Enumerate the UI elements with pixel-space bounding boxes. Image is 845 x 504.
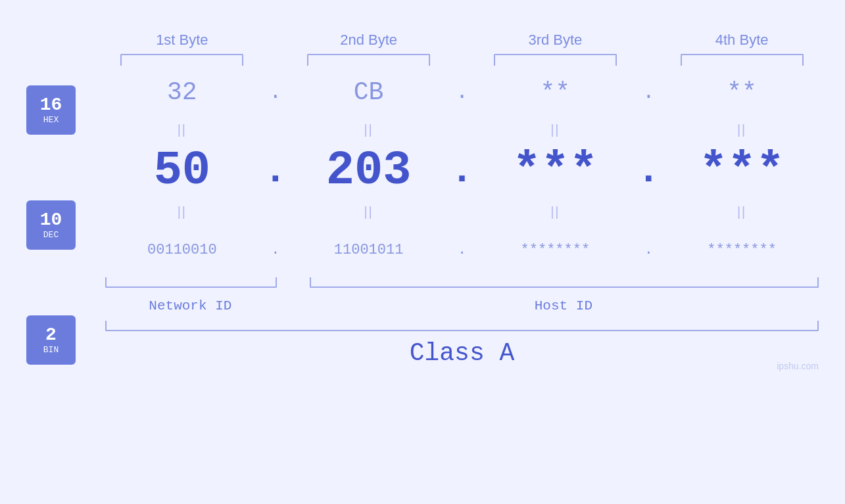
full-bracket [105, 321, 819, 331]
bin-val4: ******** [707, 242, 777, 258]
dec-dot3: . [632, 149, 665, 193]
eq2-cell3: || [479, 204, 633, 219]
dec-row: 50 . 203 . *** . *** [105, 141, 819, 200]
class-row: Class A ipshu.com [105, 335, 819, 371]
class-label: Class A [410, 339, 515, 367]
byte2-col: 2nd Byte [292, 32, 446, 66]
eq2-cell1: || [105, 204, 259, 219]
bin-dot1: . [259, 242, 292, 258]
eq-sym3: || [550, 122, 560, 137]
dec-val4: *** [699, 144, 785, 198]
dec-cell3: *** [479, 144, 633, 198]
badges-column: 16 HEX 10 DEC 2 BIN [26, 0, 76, 504]
byte3-title: 3rd Byte [528, 32, 582, 49]
main-container: 16 HEX 10 DEC 2 BIN 1st Byte 2nd Byte 3r… [0, 0, 845, 504]
eq-cell4: || [665, 122, 819, 137]
byte3-col: 3rd Byte [479, 32, 633, 66]
byte2-title: 2nd Byte [340, 32, 397, 49]
bin-cell1: 00110010 [105, 242, 259, 258]
eq2-cell4: || [665, 204, 819, 219]
byte3-bracket [494, 54, 617, 66]
network-bracket [105, 277, 277, 288]
bin-row: 00110010 . 11001011 . ******** . *******… [105, 223, 819, 276]
host-bracket [310, 277, 819, 288]
bin-cell4: ******** [665, 242, 819, 258]
eq-cell2: || [292, 122, 446, 137]
eq-sym2: || [364, 122, 373, 137]
hex-val4: ** [727, 78, 757, 106]
dec-badge-number: 10 [40, 210, 62, 231]
byte4-col: 4th Byte [665, 32, 819, 66]
hex-badge-label: HEX [43, 115, 59, 125]
bin-val2: 11001011 [334, 242, 404, 258]
hex-row: 32 . CB . ** . ** [105, 66, 819, 118]
bin-badge: 2 BIN [26, 315, 76, 365]
byte1-bracket [120, 54, 243, 66]
byte4-title: 4th Byte [715, 32, 769, 49]
dec-dot1: . [259, 149, 292, 193]
byte1-title: 1st Byte [156, 32, 208, 49]
hex-val1: 32 [167, 78, 197, 106]
bin-val1: 00110010 [147, 242, 217, 258]
eq2-cell2: || [292, 204, 446, 219]
bin-cell3: ******** [479, 242, 633, 258]
hex-cell3: ** [479, 78, 633, 106]
bin-badge-label: BIN [43, 345, 59, 355]
hex-dot1: . [259, 80, 292, 104]
hex-dot2: . [446, 80, 479, 104]
hex-badge: 16 HEX [26, 85, 76, 135]
equals-row1: || || || || [105, 118, 819, 141]
eq-cell1: || [105, 122, 259, 137]
hex-cell1: 32 [105, 78, 259, 106]
dec-val1: 50 [154, 144, 210, 198]
bottom-bracket-row [105, 277, 819, 292]
bin-cell2: 11001011 [292, 242, 446, 258]
bin-dot3: . [632, 242, 665, 258]
bin-val3: ******** [521, 242, 591, 258]
dec-dot2: . [446, 149, 479, 193]
hex-cell2: CB [292, 78, 446, 106]
eq2-sym1: || [178, 204, 187, 219]
watermark: ipshu.com [777, 361, 819, 371]
hex-dot3: . [632, 80, 665, 104]
eq-sym4: || [737, 122, 746, 137]
byte1-col: 1st Byte [105, 32, 259, 66]
dec-cell4: *** [665, 144, 819, 198]
dec-cell2: 203 [292, 144, 446, 198]
eq2-sym2: || [364, 204, 373, 219]
id-labels-row: Network ID Host ID [105, 292, 819, 319]
bin-dot2: . [446, 242, 479, 258]
hex-cell4: ** [665, 78, 819, 106]
eq-sym1: || [178, 122, 187, 137]
hex-val3: ** [541, 78, 571, 106]
hex-badge-number: 16 [40, 95, 62, 116]
eq2-sym3: || [550, 204, 560, 219]
byte4-bracket [681, 54, 804, 66]
byte2-bracket [307, 54, 430, 66]
header-row: 1st Byte 2nd Byte 3rd Byte 4th Byte [105, 13, 819, 66]
host-id-label: Host ID [308, 298, 819, 313]
dec-val3: *** [513, 144, 598, 198]
dec-badge-label: DEC [43, 230, 59, 240]
bin-badge-number: 2 [45, 325, 57, 346]
network-id-label: Network ID [105, 298, 276, 313]
hex-val2: CB [354, 78, 384, 106]
equals-row2: || || || || [105, 200, 819, 223]
dec-badge: 10 DEC [26, 200, 76, 250]
full-bracket-row [105, 321, 819, 335]
eq-cell3: || [479, 122, 633, 137]
dec-val2: 203 [326, 144, 412, 198]
dec-cell1: 50 [105, 144, 259, 198]
eq2-sym4: || [737, 204, 746, 219]
